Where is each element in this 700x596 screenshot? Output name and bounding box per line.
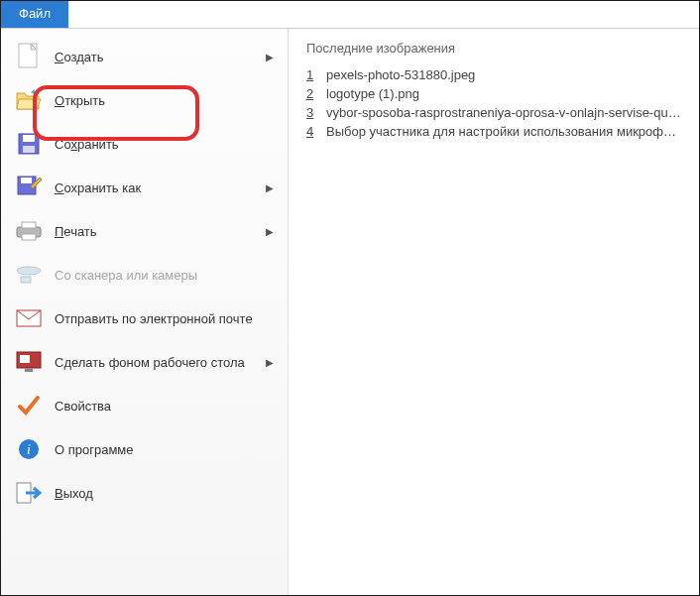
folder-open-icon (15, 86, 43, 114)
menu-label-scanner: Со сканера или камеры (55, 268, 274, 283)
save-as-icon (15, 174, 43, 201)
menu-item-saveas[interactable]: Сохранить как ▶ (1, 166, 288, 209)
tab-bar: Файл (1, 1, 699, 29)
svg-text:i: i (27, 442, 31, 457)
envelope-icon (15, 304, 43, 332)
chevron-right-icon: ▶ (266, 182, 274, 193)
menu-item-print[interactable]: Печать ▶ (1, 209, 288, 253)
recent-item[interactable]: 2logotype (1).png (306, 84, 681, 103)
svg-point-9 (17, 267, 41, 275)
menu-item-email[interactable]: Отправить по электронной почте (1, 297, 288, 340)
menu-column: Создать ▶ Открыть Сохранить Сохранит (1, 29, 289, 595)
svg-rect-10 (21, 277, 31, 283)
menu-label-properties: Свойства (55, 399, 274, 414)
menu-item-wallpaper[interactable]: Сделать фоном рабочего стола ▶ (1, 340, 288, 384)
menu-body: Создать ▶ Открыть Сохранить Сохранит (1, 29, 699, 595)
svg-rect-7 (22, 222, 36, 228)
recent-item[interactable]: 1pexels-photo-531880.jpeg (306, 65, 681, 84)
info-icon: i (15, 435, 43, 463)
scanner-icon (15, 261, 43, 289)
file-menu-window: Файл Создать ▶ Открыть Сохранить (0, 0, 700, 596)
svg-rect-5 (21, 178, 32, 183)
chevron-right-icon: ▶ (266, 52, 274, 62)
menu-item-create[interactable]: Создать ▶ (1, 35, 288, 78)
menu-item-scanner: Со сканера или камеры (1, 253, 288, 297)
svg-rect-14 (25, 368, 33, 372)
menu-item-open[interactable]: Открыть (1, 78, 288, 122)
svg-rect-3 (23, 146, 35, 153)
printer-icon (15, 217, 43, 245)
new-file-icon (15, 43, 43, 70)
menu-label-about: О программе (55, 442, 274, 457)
menu-label-exit: Выход (55, 486, 274, 501)
checkmark-icon (15, 392, 43, 419)
svg-rect-2 (23, 135, 35, 142)
menu-label-print: Печать (55, 224, 258, 239)
svg-rect-8 (22, 234, 36, 240)
chevron-right-icon: ▶ (266, 226, 274, 237)
svg-rect-13 (20, 355, 30, 363)
menu-item-save[interactable]: Сохранить (1, 122, 288, 166)
menu-label-email: Отправить по электронной почте (55, 311, 274, 326)
recent-panel: Последние изображения 1pexels-photo-5318… (289, 29, 699, 595)
menu-item-properties[interactable]: Свойства (1, 384, 288, 427)
exit-icon (15, 479, 43, 507)
menu-label-saveas: Сохранить как (55, 180, 258, 195)
menu-label-open: Открыть (55, 93, 274, 108)
menu-label-wallpaper: Сделать фоном рабочего стола (55, 355, 258, 370)
chevron-right-icon: ▶ (266, 357, 274, 368)
tab-file[interactable]: Файл (1, 1, 68, 28)
menu-label-create: Создать (55, 50, 258, 64)
recent-item[interactable]: 4Выбор участника для настройки использов… (306, 122, 681, 141)
menu-item-about[interactable]: i О программе (1, 427, 288, 471)
menu-item-exit[interactable]: Выход (1, 471, 288, 515)
recent-item[interactable]: 3vybor-sposoba-rasprostraneniya-oprosa-v… (306, 103, 681, 122)
save-icon (15, 130, 43, 158)
recent-title: Последние изображения (306, 41, 681, 56)
menu-label-save: Сохранить (55, 137, 274, 152)
desktop-wallpaper-icon (15, 348, 43, 376)
recent-list: 1pexels-photo-531880.jpeg 2logotype (1).… (306, 65, 681, 141)
